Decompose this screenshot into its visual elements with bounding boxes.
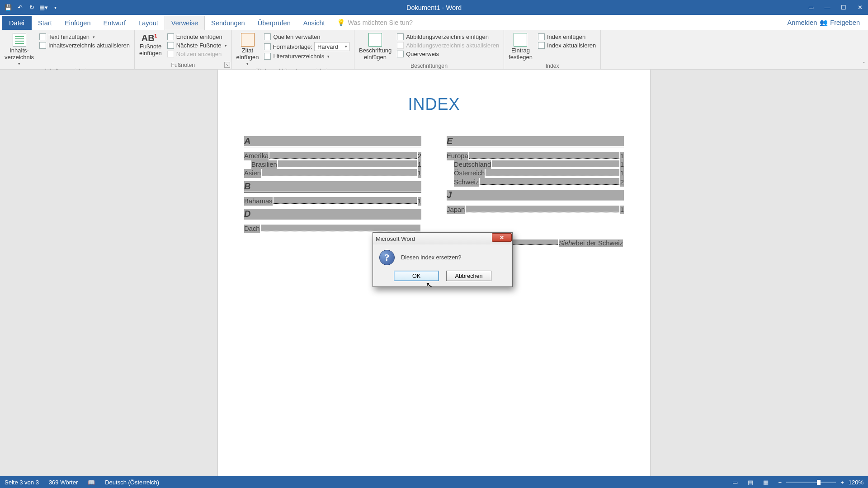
status-words[interactable]: 369 Wörter bbox=[49, 479, 78, 486]
index-entry: Bahamas1 bbox=[244, 197, 421, 206]
ribbon-display-icon[interactable]: ▭ bbox=[803, 2, 819, 14]
style-icon bbox=[264, 43, 271, 50]
share-button[interactable]: 👥Freigeben bbox=[820, 19, 860, 27]
undo-icon[interactable]: ↶ bbox=[16, 4, 24, 11]
sources-icon bbox=[264, 33, 271, 40]
cross-reference-button[interactable]: Querverweis bbox=[395, 50, 501, 58]
index-entry: Brasilien1 bbox=[244, 160, 421, 169]
tell-me-search[interactable]: 💡Was möchten Sie tun? bbox=[337, 19, 413, 30]
tab-mailings[interactable]: Sendungen bbox=[205, 16, 251, 30]
add-text-button[interactable]: Text hinzufügen▾ bbox=[38, 33, 132, 41]
index-entry: Österreich1 bbox=[447, 169, 624, 178]
insert-index-button[interactable]: Index einfügen bbox=[536, 33, 598, 41]
web-layout-icon[interactable]: ▦ bbox=[763, 479, 769, 486]
tab-review[interactable]: Überprüfen bbox=[251, 16, 297, 30]
redo-icon[interactable]: ↻ bbox=[28, 4, 35, 11]
group-captions: Beschriftung einfügen Abbildungsverzeich… bbox=[354, 30, 504, 69]
group-index: Eintrag festlegen Index einfügen Index a… bbox=[504, 30, 601, 69]
update-index-icon bbox=[538, 42, 545, 49]
tab-view[interactable]: Ansicht bbox=[297, 16, 331, 30]
tab-start[interactable]: Start bbox=[32, 16, 58, 30]
qat-customize-icon[interactable]: ▾ bbox=[52, 4, 59, 11]
index-column-left: AAmerika2Brasilien1Asien1BBahamas1DDach bbox=[244, 133, 421, 247]
insert-footnote-button[interactable]: AB1 Fußnote einfügen bbox=[137, 32, 164, 58]
index-letter: B bbox=[244, 181, 421, 192]
index-entry: Japan1 bbox=[447, 206, 624, 214]
group-label: Beschriftungen bbox=[357, 62, 501, 70]
status-language[interactable]: Deutsch (Österreich) bbox=[105, 479, 159, 486]
index-columns: AAmerika2Brasilien1Asien1BBahamas1DDach … bbox=[244, 133, 624, 247]
group-label: Fußnoten bbox=[137, 61, 229, 69]
tab-insert[interactable]: Einfügen bbox=[58, 16, 97, 30]
group-toc: Inhalts- verzeichnis▾ Text hinzufügen▾ I… bbox=[0, 30, 135, 69]
zoom-in-icon[interactable]: + bbox=[840, 479, 844, 486]
ok-button[interactable]: OK bbox=[394, 271, 439, 281]
print-layout-icon[interactable]: ▤ bbox=[748, 479, 753, 486]
dialog-close-button[interactable]: ✕ bbox=[492, 233, 512, 242]
citation-style-select[interactable]: Formatvorlage:Harvard bbox=[262, 42, 351, 52]
spellcheck-icon[interactable]: 📖 bbox=[88, 479, 95, 486]
tab-layout[interactable]: Layout bbox=[132, 16, 165, 30]
save-icon[interactable]: 💾 bbox=[5, 4, 12, 11]
dialog-title: Microsoft Word bbox=[376, 235, 415, 242]
insert-figure-table-button[interactable]: Abbildungsverzeichnis einfügen bbox=[395, 33, 501, 41]
group-footnotes: AB1 Fußnote einfügen Endnote einfügen Nä… bbox=[135, 30, 232, 69]
zoom-level[interactable]: 120% bbox=[849, 479, 863, 486]
ribbon: Inhalts- verzeichnis▾ Text hinzufügen▾ I… bbox=[0, 30, 868, 70]
next-footnote-button[interactable]: Nächste Fußnote▾ bbox=[165, 42, 229, 49]
zoom-slider[interactable]: − + 120% bbox=[778, 479, 863, 486]
group-label: Index bbox=[507, 62, 598, 70]
index-letter: A bbox=[244, 136, 421, 147]
status-page[interactable]: Seite 3 von 3 bbox=[5, 479, 39, 486]
zoom-track[interactable] bbox=[786, 482, 836, 483]
maximize-icon[interactable]: ☐ bbox=[835, 2, 852, 14]
index-entry: Schweiz2 bbox=[447, 178, 624, 187]
index-entry: Europa1 bbox=[447, 152, 624, 160]
index-letter: E bbox=[447, 136, 624, 147]
insert-endnote-button[interactable]: Endnote einfügen bbox=[165, 33, 229, 41]
index-letter: D bbox=[244, 208, 421, 220]
minimize-icon[interactable]: — bbox=[819, 2, 835, 14]
show-notes-icon bbox=[167, 51, 174, 57]
tab-references[interactable]: Verweise bbox=[165, 16, 205, 30]
index-entry: Deutschland1 bbox=[447, 160, 624, 169]
sign-in-link[interactable]: Anmelden bbox=[788, 19, 817, 27]
tab-file[interactable]: Datei bbox=[2, 16, 32, 30]
page-title: INDEX bbox=[244, 95, 624, 114]
group-citations: Zitat einfügen▾ Quellen verwalten Format… bbox=[232, 30, 354, 69]
zoom-thumb[interactable] bbox=[817, 480, 821, 485]
tab-design[interactable]: Entwurf bbox=[97, 16, 132, 30]
cancel-button[interactable]: Abbrechen bbox=[446, 271, 491, 281]
status-bar: Seite 3 von 3 369 Wörter 📖 Deutsch (Öste… bbox=[0, 476, 868, 488]
footnotes-launcher[interactable]: ↘ bbox=[224, 62, 230, 68]
update-figure-table-button: Abbildungsverzeichnis aktualisieren bbox=[395, 42, 501, 49]
mark-entry-button[interactable]: Eintrag festlegen bbox=[507, 32, 534, 62]
update-index-button[interactable]: Index aktualisieren bbox=[536, 42, 598, 49]
crossref-icon bbox=[397, 51, 404, 57]
endnote-icon bbox=[167, 33, 174, 40]
zoom-out-icon[interactable]: − bbox=[778, 479, 782, 486]
footnote-icon: AB1 bbox=[142, 33, 160, 43]
share-icon: 👥 bbox=[820, 19, 828, 27]
insert-citation-button[interactable]: Zitat einfügen▾ bbox=[235, 32, 261, 67]
update-toc-button[interactable]: Inhaltsverzeichnis aktualisieren bbox=[38, 42, 132, 49]
ribbon-tabs: Datei Start Einfügen Entwurf Layout Verw… bbox=[0, 15, 868, 30]
show-notes-button: Notizen anzeigen bbox=[165, 50, 229, 58]
read-mode-icon[interactable]: ▭ bbox=[732, 479, 738, 486]
close-icon[interactable]: ✕ bbox=[852, 2, 868, 14]
mark-entry-icon bbox=[514, 33, 527, 47]
touch-mode-icon[interactable]: ▤▾ bbox=[40, 4, 47, 11]
title-bar: 💾 ↶ ↻ ▤▾ ▾ Dokument1 - Word ▭ — ☐ ✕ bbox=[0, 0, 868, 15]
bibliography-button[interactable]: Literaturverzeichnis▾ bbox=[262, 52, 351, 60]
insert-caption-button[interactable]: Beschriftung einfügen bbox=[357, 32, 393, 62]
citation-icon bbox=[241, 33, 255, 47]
confirm-dialog: Microsoft Word ✕ ? Diesen Index ersetzen… bbox=[373, 232, 513, 287]
dialog-titlebar[interactable]: Microsoft Word ✕ bbox=[373, 233, 512, 244]
collapse-ribbon-icon[interactable]: ˄ bbox=[863, 61, 865, 68]
question-icon: ? bbox=[379, 250, 395, 265]
manage-sources-button[interactable]: Quellen verwalten bbox=[262, 33, 351, 41]
insert-index-icon bbox=[538, 33, 545, 40]
toc-button[interactable]: Inhalts- verzeichnis▾ bbox=[3, 32, 36, 67]
next-footnote-icon bbox=[167, 42, 174, 49]
index-entry: Asien1 bbox=[244, 169, 421, 178]
